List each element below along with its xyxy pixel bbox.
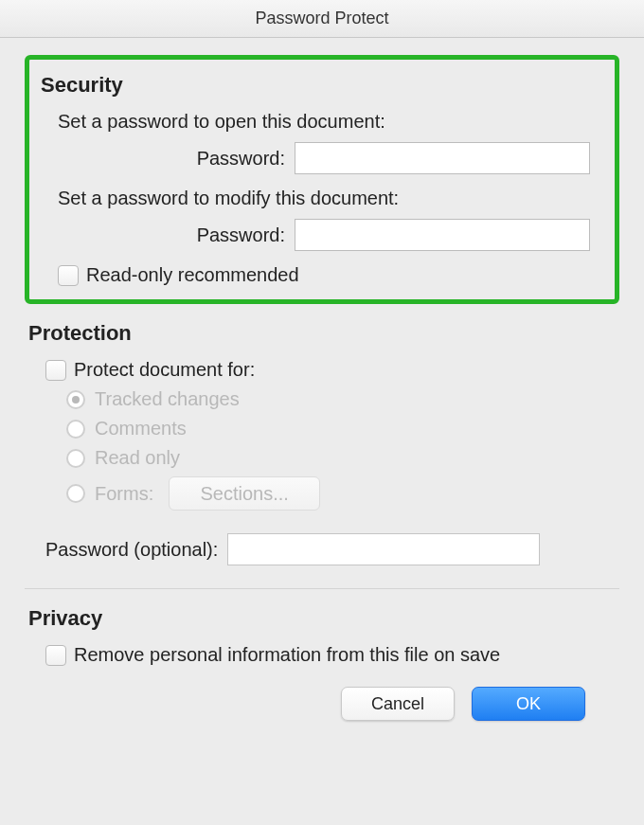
security-heading: Security [41,73,603,98]
open-password-label: Password: [58,148,295,170]
ok-button[interactable]: OK [472,687,585,721]
security-section: Security Set a password to open this doc… [25,55,619,304]
open-password-input[interactable] [295,142,590,174]
dialog-footer: Cancel OK [25,666,619,721]
window-title: Password Protect [255,9,388,28]
protect-for-row: Protect document for: [45,359,619,381]
option-tracked-changes[interactable]: Tracked changes [66,388,619,410]
radio-icon [66,449,85,468]
option-label: Comments [95,418,187,439]
privacy-section: Privacy Remove personal information from… [25,606,619,666]
protection-password-input[interactable] [227,533,540,565]
sections-button[interactable]: Sections... [169,476,320,511]
cancel-button[interactable]: Cancel [341,687,455,721]
option-label: Tracked changes [95,388,240,410]
protection-section: Protection Protect document for: Tracked… [25,321,619,565]
modify-password-prompt: Set a password to modify this document: [58,188,603,209]
privacy-heading: Privacy [28,606,619,631]
privacy-remove-row: Remove personal information from this fi… [45,644,619,666]
section-divider [25,588,619,589]
open-password-prompt: Set a password to open this document: [58,111,603,133]
dialog-content: Security Set a password to open this doc… [0,38,644,721]
option-forms[interactable]: Forms: Sections... [66,476,619,511]
sections-button-label: Sections... [201,483,289,505]
option-label: Forms: [95,483,153,505]
option-comments[interactable]: Comments [66,418,619,439]
protect-for-label: Protect document for: [74,359,255,381]
protection-options: Tracked changes Comments Read only Forms… [66,388,619,511]
radio-icon [66,420,85,439]
modify-password-row: Password: [58,219,603,251]
radio-icon [66,484,85,503]
protection-heading: Protection [28,321,619,346]
modify-password-label: Password: [58,224,295,246]
privacy-remove-label: Remove personal information from this fi… [74,644,500,666]
option-read-only[interactable]: Read only [66,447,619,469]
privacy-remove-checkbox[interactable] [45,645,66,666]
ok-button-label: OK [516,694,541,714]
readonly-checkbox[interactable] [58,265,79,286]
window-titlebar: Password Protect [0,0,644,38]
radio-icon [66,390,85,409]
open-password-row: Password: [58,142,603,174]
option-label: Read only [95,447,180,469]
protection-password-label: Password (optional): [45,539,227,561]
cancel-button-label: Cancel [371,694,424,714]
protection-password-row: Password (optional): [45,533,619,565]
readonly-label: Read-only recommended [86,264,299,286]
modify-password-input[interactable] [295,219,590,251]
protect-for-checkbox[interactable] [45,360,66,381]
readonly-row: Read-only recommended [58,264,603,286]
